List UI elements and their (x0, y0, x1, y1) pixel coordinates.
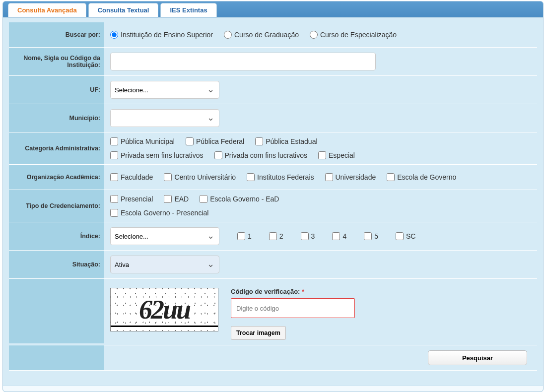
tab-consulta-textual[interactable]: Consulta Textual (88, 3, 159, 17)
radio-group-buscar-por: Instituição de Ensino Superior Curso de … (110, 31, 397, 39)
select-municipio[interactable] (110, 109, 219, 127)
row-uf: UF: Selecione... (9, 76, 537, 104)
row-municipio: Município: (9, 104, 537, 132)
select-situacao[interactable]: Ativa (110, 256, 219, 273)
select-indice[interactable]: Selecione... (110, 227, 219, 245)
label-captcha-empty (9, 279, 104, 343)
check-indice-1[interactable]: 1 (237, 232, 252, 240)
radio-especializacao-label: Curso de Especialização (320, 31, 397, 39)
label-nome: Nome, Sigla ou Código da Instituição: (9, 48, 104, 75)
check-publica-estadual[interactable]: Pública Estadual (255, 137, 317, 145)
row-submit: Pesquisar (9, 345, 537, 371)
label-categoria: Categoria Administrativa: (9, 132, 104, 164)
label-buscar-por: Buscar por: (9, 22, 104, 47)
captcha-text: 62uu (139, 294, 190, 325)
check-universidade[interactable]: Universidade (325, 173, 376, 181)
main-container: Consulta Avançada Consulta Textual IES E… (2, 1, 544, 392)
radio-ies-input[interactable] (110, 31, 118, 39)
check-escola-governo-ead[interactable]: Escola Governo - EaD (200, 195, 279, 203)
search-button[interactable]: Pesquisar (428, 350, 527, 365)
label-indice: Índice: (9, 222, 104, 250)
form-area: Buscar por: Instituição de Ensino Superi… (3, 17, 543, 386)
input-nome[interactable] (110, 53, 376, 70)
required-asterisk: * (302, 288, 304, 295)
check-indice-3[interactable]: 3 (301, 232, 315, 240)
check-institutos-federais[interactable]: Institutos Federais (247, 173, 314, 181)
row-buscar-por: Buscar por: Instituição de Ensino Superi… (9, 22, 537, 48)
check-indice-sc[interactable]: SC (396, 232, 415, 240)
label-municipio: Município: (9, 104, 104, 132)
row-credenciamento: Tipo de Credenciamento: Presencial EAD E… (9, 190, 537, 222)
swap-captcha-button[interactable]: Trocar imagem (231, 326, 286, 340)
select-uf[interactable]: Selecione... (110, 81, 219, 99)
captcha-image: 62uu (110, 288, 218, 331)
row-nome: Nome, Sigla ou Código da Instituição: (9, 48, 537, 76)
check-indice-4[interactable]: 4 (332, 232, 346, 240)
check-presencial[interactable]: Presencial (110, 195, 153, 203)
tab-bar: Consulta Avançada Consulta Textual IES E… (3, 1, 543, 17)
radio-especializacao[interactable]: Curso de Especialização (310, 31, 397, 39)
label-submit-empty (9, 345, 104, 370)
label-situacao: Situação: (9, 251, 104, 278)
radio-ies-label: Instituição de Ensino Superior (121, 31, 213, 39)
check-indice-2[interactable]: 2 (269, 232, 283, 240)
captcha-input[interactable] (231, 298, 355, 318)
radio-graduacao-label: Curso de Graduação (234, 31, 299, 39)
check-publica-federal[interactable]: Pública Federal (186, 137, 244, 145)
radio-especializacao-input[interactable] (310, 31, 318, 39)
check-indice-5[interactable]: 5 (364, 232, 378, 240)
label-credenciamento: Tipo de Credenciamento: (9, 190, 104, 222)
footer-bar (3, 386, 543, 392)
label-uf: UF: (9, 76, 104, 104)
check-escola-governo[interactable]: Escola de Governo (387, 173, 456, 181)
check-privada-com-fins[interactable]: Privada com fins lucrativos (214, 151, 308, 159)
radio-ies[interactable]: Instituição de Ensino Superior (110, 31, 213, 39)
check-group-categoria: Pública Municipal Pública Federal Públic… (110, 137, 531, 159)
row-organizacao: Organização Acadêmica: Faculdade Centro … (9, 165, 537, 190)
check-group-credenciamento: Presencial EAD Escola Governo - EaD Esco… (110, 195, 400, 217)
row-indice: Índice: Selecione... 1 2 3 4 5 SC (9, 222, 537, 251)
check-especial[interactable]: Especial (318, 151, 355, 159)
radio-graduacao[interactable]: Curso de Graduação (224, 31, 299, 39)
check-publica-municipal[interactable]: Pública Municipal (110, 137, 175, 145)
tab-ies-extintas[interactable]: IES Extintas (160, 3, 216, 17)
check-group-organizacao: Faculdade Centro Universitário Instituto… (110, 173, 456, 181)
check-faculdade[interactable]: Faculdade (110, 173, 153, 181)
check-escola-governo-presencial[interactable]: Escola Governo - Presencial (110, 209, 208, 217)
check-privada-sem-fins[interactable]: Privada sem fins lucrativos (110, 151, 204, 159)
captcha-label: Código de verificação: * (231, 288, 355, 295)
row-categoria: Categoria Administrativa: Pública Munici… (9, 132, 537, 165)
check-ead[interactable]: EAD (164, 195, 189, 203)
indice-checks: 1 2 3 4 5 SC (237, 232, 415, 240)
tab-consulta-avancada[interactable]: Consulta Avançada (8, 3, 86, 17)
row-captcha: 62uu Código de verificação: * Trocar ima… (9, 279, 537, 345)
row-situacao: Situação: Ativa (9, 251, 537, 279)
check-centro-universitario[interactable]: Centro Universitário (164, 173, 236, 181)
radio-graduacao-input[interactable] (224, 31, 232, 39)
label-organizacao: Organização Acadêmica: (9, 165, 104, 190)
